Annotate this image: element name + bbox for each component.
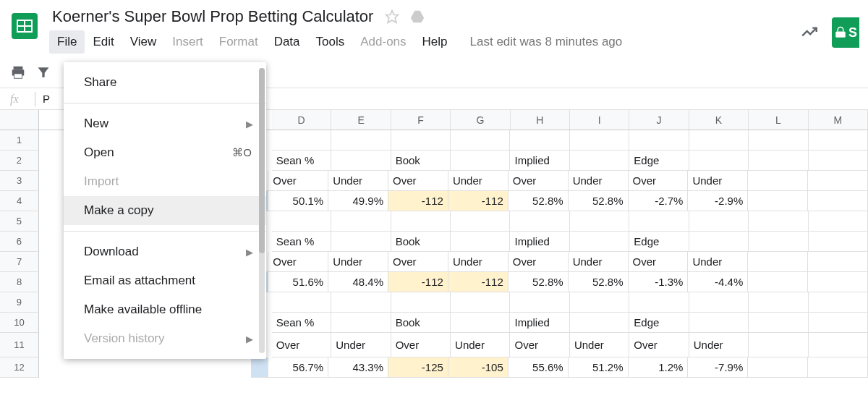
cell[interactable]: Edge	[629, 232, 689, 252]
col-header[interactable]: H	[511, 110, 570, 130]
last-edit-text[interactable]: Last edit was 8 minutes ago	[470, 35, 623, 49]
cell[interactable]: Book	[391, 151, 451, 171]
file-menu-email[interactable]: Email as attachment	[64, 266, 266, 295]
file-menu-open[interactable]: Open⌘O	[64, 138, 266, 167]
row-header[interactable]: 5	[0, 211, 39, 232]
cell[interactable]	[510, 292, 569, 313]
cell[interactable]	[251, 357, 268, 378]
col-header[interactable]: F	[391, 110, 451, 130]
cell[interactable]	[748, 357, 808, 378]
cell[interactable]	[809, 211, 868, 232]
cell[interactable]	[451, 130, 510, 151]
filter-icon[interactable]	[36, 65, 51, 82]
menu-insert[interactable]: Insert	[164, 30, 211, 54]
cell[interactable]	[749, 130, 808, 151]
star-icon[interactable]	[385, 9, 401, 25]
cell[interactable]	[272, 130, 331, 151]
menu-format[interactable]: Format	[211, 30, 266, 54]
cell[interactable]: 52.8%	[569, 191, 629, 211]
cell[interactable]	[748, 171, 808, 191]
cell[interactable]	[689, 313, 749, 333]
cell[interactable]: 1.2%	[629, 357, 689, 378]
cell[interactable]: -2.9%	[688, 191, 748, 211]
cell[interactable]: Under	[689, 333, 749, 357]
cell[interactable]: -7.9%	[688, 357, 748, 378]
cell[interactable]: Under	[569, 171, 629, 191]
cell[interactable]	[808, 272, 868, 292]
cell[interactable]	[629, 211, 689, 232]
col-header[interactable]: M	[809, 110, 868, 130]
cell[interactable]	[510, 130, 569, 151]
cell[interactable]	[689, 211, 749, 232]
col-header[interactable]: E	[331, 110, 391, 130]
row-header[interactable]: 1	[0, 130, 39, 151]
file-menu-offline[interactable]: Make available offline	[64, 295, 266, 324]
sheets-logo[interactable]	[9, 10, 41, 42]
file-menu-download[interactable]: Download▶	[64, 237, 266, 266]
menu-scrollbar[interactable]	[259, 68, 265, 353]
cell[interactable]: Edge	[629, 313, 689, 333]
cell[interactable]	[748, 191, 808, 211]
cell[interactable]	[331, 130, 391, 151]
cell[interactable]: Under	[328, 171, 388, 191]
cell[interactable]: -112	[388, 272, 448, 292]
cell[interactable]	[809, 232, 868, 252]
menu-data[interactable]: Data	[266, 30, 308, 54]
cell[interactable]	[809, 130, 868, 151]
col-header[interactable]: G	[451, 110, 510, 130]
file-menu-make-copy[interactable]: Make a copy	[64, 196, 266, 225]
cell[interactable]	[570, 313, 629, 333]
cell[interactable]	[748, 252, 808, 272]
row-header[interactable]: 7	[0, 252, 39, 272]
row-header[interactable]: 10	[0, 313, 39, 333]
menu-edit[interactable]: Edit	[85, 30, 122, 54]
cell[interactable]	[808, 171, 868, 191]
cell[interactable]	[749, 232, 808, 252]
cell[interactable]: Implied	[510, 232, 569, 252]
cell[interactable]: Sean %	[272, 313, 331, 333]
row-header[interactable]: 8	[0, 272, 39, 292]
cell[interactable]: Over	[509, 252, 569, 272]
cell[interactable]: -112	[448, 191, 509, 211]
cell[interactable]	[809, 313, 868, 333]
formula-value[interactable]: P	[35, 93, 50, 105]
cell[interactable]: Over	[629, 333, 689, 357]
cell[interactable]	[749, 333, 808, 357]
cell[interactable]	[331, 313, 391, 333]
cell[interactable]: Over	[272, 333, 331, 357]
col-header[interactable]: D	[272, 110, 331, 130]
cell[interactable]: Over	[510, 333, 569, 357]
cell[interactable]: 51.6%	[268, 272, 328, 292]
cell[interactable]: 52.8%	[509, 191, 569, 211]
cell[interactable]: Over	[629, 252, 689, 272]
cell[interactable]: Book	[391, 313, 451, 333]
cell[interactable]: Under	[688, 252, 748, 272]
cell[interactable]: 49.9%	[328, 191, 388, 211]
cell[interactable]	[570, 130, 629, 151]
file-menu-new[interactable]: New▶	[64, 109, 266, 138]
cell[interactable]	[570, 232, 629, 252]
cell[interactable]: Under	[451, 333, 510, 357]
cell[interactable]	[510, 211, 569, 232]
cell[interactable]: -125	[388, 357, 448, 378]
select-all-corner[interactable]	[0, 110, 39, 130]
cell[interactable]: Implied	[510, 151, 569, 171]
cell[interactable]: -1.3%	[629, 272, 689, 292]
cell[interactable]	[451, 313, 510, 333]
cell[interactable]	[451, 292, 510, 313]
cell[interactable]	[689, 151, 749, 171]
scrollbar-thumb[interactable]	[259, 68, 265, 253]
row-header[interactable]: 4	[0, 191, 39, 211]
cell[interactable]	[570, 151, 629, 171]
cell[interactable]	[391, 130, 451, 151]
cell[interactable]: -105	[448, 357, 509, 378]
row-header[interactable]: 2	[0, 151, 39, 171]
cell[interactable]	[749, 151, 808, 171]
row-header[interactable]: 9	[0, 292, 39, 313]
cell[interactable]	[809, 292, 868, 313]
cell[interactable]	[629, 292, 689, 313]
cell[interactable]: 55.6%	[509, 357, 569, 378]
cell[interactable]	[629, 130, 689, 151]
cell[interactable]: 50.1%	[268, 191, 328, 211]
cell[interactable]	[272, 211, 331, 232]
